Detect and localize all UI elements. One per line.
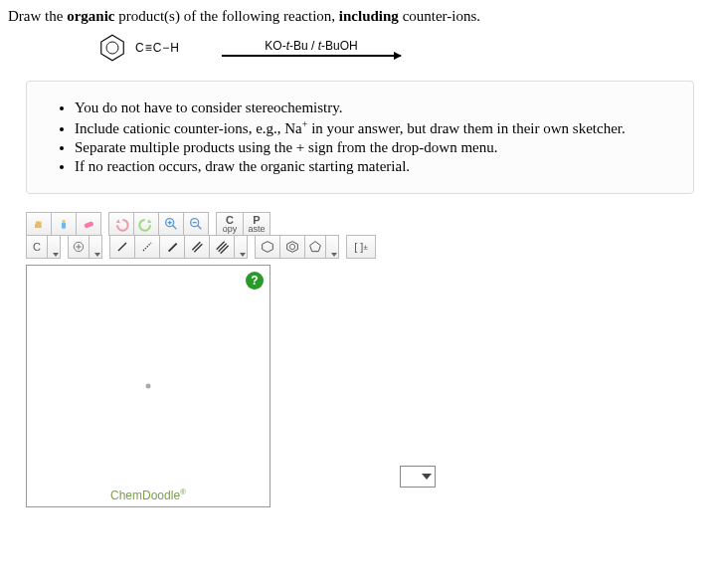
svg-marker-0	[101, 35, 124, 61]
svg-rect-4	[84, 221, 93, 229]
hint-item: You do not have to consider stereochemis…	[75, 99, 671, 116]
question-prompt: Draw the organic product(s) of the follo…	[8, 8, 712, 25]
chemdoodle-brand: ChemDoodle®	[110, 488, 186, 502]
double-bond-tool[interactable]	[184, 235, 210, 259]
reagent-label: KO-t-Bu / t-BuOH	[265, 39, 357, 53]
benzene-tool[interactable]	[279, 235, 305, 259]
reaction-arrow: KO-t-Bu / t-BuOH	[222, 39, 401, 57]
benzene-ring-icon	[97, 33, 127, 63]
prompt-bold-including: including	[339, 8, 399, 24]
undo-button[interactable]	[108, 212, 134, 236]
copy-button[interactable]: Copy	[216, 212, 244, 236]
chevron-down-icon	[422, 474, 432, 480]
toolbar: Copy Paste C [ ]±	[26, 212, 473, 259]
cyclohexane-tool[interactable]	[255, 235, 280, 259]
add-dropdown[interactable]	[89, 235, 102, 259]
eraser-tool[interactable]	[76, 212, 101, 236]
svg-rect-2	[62, 223, 66, 229]
zoom-out-button[interactable]	[183, 212, 209, 236]
reaction-scheme: C≡C−H KO-t-Bu / t-BuOH	[97, 33, 712, 63]
single-bond-tool[interactable]	[109, 235, 135, 259]
prompt-text: counter-ions.	[399, 8, 480, 24]
triple-bond-tool[interactable]	[209, 235, 235, 259]
atom-dropdown[interactable]	[47, 235, 61, 259]
svg-point-25	[289, 244, 294, 249]
prompt-text: product(s) of the following reaction,	[114, 8, 338, 24]
paste-button[interactable]: Paste	[243, 212, 270, 236]
svg-line-20	[217, 242, 225, 250]
svg-marker-17	[168, 243, 177, 252]
bond-dropdown[interactable]	[234, 235, 248, 259]
svg-line-19	[194, 244, 202, 252]
atom-picker[interactable]: C	[26, 235, 48, 259]
hint-item: If no reaction occurs, draw the organic …	[75, 158, 671, 175]
svg-marker-26	[310, 242, 321, 252]
product-combiner-dropdown[interactable]	[400, 466, 436, 488]
hand-tool[interactable]	[26, 212, 52, 236]
svg-marker-23	[263, 242, 273, 253]
prompt-text: Draw the	[8, 8, 67, 24]
dotted-bond-tool[interactable]	[134, 235, 160, 259]
chevron-down-icon	[94, 253, 100, 257]
sketcher-panel: Copy Paste C [ ]± ?	[26, 212, 473, 507]
svg-point-1	[106, 42, 118, 54]
prompt-bold-organic: organic	[67, 8, 114, 24]
add-tool[interactable]	[68, 235, 90, 259]
hint-item: Include cationic counter-ions, e.g., Na+…	[75, 118, 671, 137]
redo-button[interactable]	[133, 212, 159, 236]
svg-line-18	[192, 242, 200, 250]
drawing-canvas[interactable]: ? ChemDoodle®	[26, 265, 270, 507]
substituent-label: C≡C−H	[135, 41, 180, 55]
instructions-box: You do not have to consider stereochemis…	[26, 81, 694, 194]
ring-dropdown[interactable]	[325, 235, 339, 259]
wedge-bond-tool[interactable]	[159, 235, 185, 259]
chevron-down-icon	[240, 253, 246, 257]
svg-rect-3	[63, 220, 66, 223]
canvas-center-dot	[146, 384, 151, 389]
svg-marker-24	[287, 242, 298, 253]
hint-item: Separate multiple products using the + s…	[75, 139, 671, 156]
svg-line-10	[197, 225, 201, 229]
arrow-icon	[222, 55, 401, 57]
ring-tool[interactable]	[304, 235, 326, 259]
chevron-down-icon	[331, 253, 337, 257]
svg-line-21	[219, 244, 227, 252]
help-button[interactable]: ?	[246, 272, 264, 290]
svg-line-6	[172, 225, 176, 229]
zoom-in-button[interactable]	[158, 212, 184, 236]
svg-line-22	[221, 246, 229, 254]
spray-tool[interactable]	[51, 212, 77, 236]
svg-line-15	[118, 243, 126, 251]
charge-tool[interactable]: [ ]±	[346, 235, 376, 259]
svg-line-16	[143, 243, 151, 251]
chevron-down-icon	[53, 253, 59, 257]
